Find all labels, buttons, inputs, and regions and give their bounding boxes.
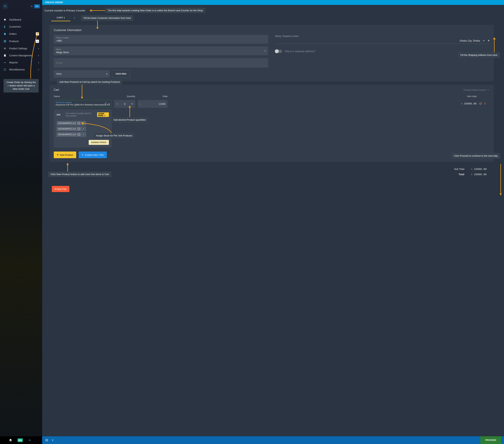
toggle-label: Product Name Search bbox=[464, 89, 486, 91]
annotation-proceed: Click Proceed to continue to the next st… bbox=[451, 153, 500, 159]
product-search-toggle[interactable]: Product Name Search Tт bbox=[464, 89, 490, 91]
svg-rect-5 bbox=[4, 41, 5, 42]
annotation-new-product: Click New Product button to add more lin… bbox=[48, 172, 111, 177]
email-field[interactable] bbox=[54, 58, 268, 68]
svg-point-11 bbox=[4, 69, 5, 69]
nav-customers[interactable]: Customers bbox=[0, 23, 42, 30]
field-label: Phone number bbox=[56, 37, 266, 39]
nav-label: Products bbox=[9, 40, 19, 43]
rma-label: RMA bbox=[56, 72, 62, 75]
total-value: ৳ 33000.00 bbox=[471, 173, 494, 176]
info-icon[interactable]: i bbox=[77, 133, 80, 136]
input-label: Search for product bbox=[56, 101, 110, 103]
home-icon[interactable] bbox=[9, 438, 12, 442]
ship-toggle[interactable] bbox=[275, 50, 282, 53]
svg-line-1 bbox=[6, 7, 6, 7]
sn-value: K6396APRIL14 bbox=[58, 122, 76, 125]
annotation-arrow bbox=[493, 36, 496, 53]
name-input[interactable] bbox=[56, 51, 266, 54]
search-button[interactable] bbox=[2, 3, 8, 9]
qty-decrement[interactable]: − bbox=[114, 100, 121, 108]
product-name: Keychron K6 Pro QMK/VIA Wireless Mechani… bbox=[56, 103, 110, 106]
gear-icon bbox=[3, 47, 7, 50]
phone-field[interactable]: Phone number bbox=[54, 35, 268, 44]
users-icon bbox=[3, 25, 7, 28]
close-icon[interactable]: × bbox=[108, 102, 110, 105]
nav-products[interactable]: Products + bbox=[0, 37, 42, 45]
sn-chip: K6394APRIL14 i ✕ bbox=[56, 132, 86, 137]
menu-icon[interactable] bbox=[45, 438, 49, 442]
add-order-button[interactable]: + bbox=[36, 32, 39, 36]
clear-icon[interactable]: × bbox=[264, 49, 266, 53]
svg-point-12 bbox=[5, 69, 6, 69]
new-product-button[interactable]: + New Product bbox=[54, 152, 76, 158]
annotation-arrow bbox=[88, 9, 105, 12]
sn-value: K6395APRIL14 bbox=[58, 128, 76, 130]
field-label: Name bbox=[56, 48, 266, 50]
tab-add-button[interactable]: + bbox=[70, 15, 79, 21]
svg-text:Tт: Tт bbox=[487, 89, 489, 91]
empty-cart-button[interactable]: Empty Cart bbox=[52, 186, 69, 192]
view-rma-button[interactable]: VIEW RMA bbox=[112, 70, 130, 78]
svg-point-0 bbox=[4, 5, 6, 7]
back-icon[interactable] bbox=[52, 439, 54, 441]
info-icon[interactable]: i bbox=[77, 122, 80, 125]
rate-value: 11000 bbox=[142, 103, 165, 105]
search-icon bbox=[4, 5, 7, 8]
chevron-right-icon: › bbox=[38, 54, 39, 57]
quantity-stepper[interactable]: − 3 + bbox=[114, 100, 135, 108]
tab-cart1[interactable]: CART 1 bbox=[51, 15, 70, 21]
nav-misc[interactable]: Miscellaneous › bbox=[0, 66, 42, 73]
nav-orders[interactable]: Orders + bbox=[0, 30, 42, 37]
rma-select[interactable]: RMA ▾ bbox=[54, 70, 110, 78]
nav-dashboard[interactable]: Dashboard bbox=[0, 16, 42, 23]
info-icon[interactable]: i bbox=[77, 127, 80, 130]
annotation-add-qty: Add desired Product quantities bbox=[111, 117, 148, 123]
ms-badge[interactable]: MS bbox=[18, 438, 23, 442]
nav-label: Reports bbox=[9, 61, 18, 64]
document-icon bbox=[3, 54, 7, 57]
language-switch[interactable]: বাং EN bbox=[29, 4, 40, 8]
lang-en[interactable]: EN bbox=[34, 4, 40, 8]
qty-increment[interactable]: + bbox=[129, 100, 135, 108]
sn-panel: S/N You need to assign stock to this pro… bbox=[54, 109, 112, 148]
chevron-right-icon: › bbox=[38, 61, 39, 64]
email-input[interactable] bbox=[56, 61, 266, 64]
nav-label: Dashboard bbox=[9, 18, 21, 21]
chevron-down-icon[interactable]: ▾ bbox=[483, 39, 485, 42]
customer-panel: Customer Information Phone number Name × bbox=[50, 25, 494, 81]
sn-hint: You need to assign stock to this product bbox=[66, 112, 92, 117]
proceed-button[interactable]: PROCEED bbox=[480, 436, 501, 444]
svg-point-7 bbox=[5, 48, 5, 49]
external-link-icon[interactable] bbox=[105, 102, 107, 105]
totals: Sub Total ৳ 33000.00 Total ৳ 33000.00 bbox=[49, 167, 494, 177]
delete-icon[interactable] bbox=[484, 102, 486, 105]
phone-input[interactable] bbox=[56, 39, 266, 42]
chart-icon bbox=[3, 61, 7, 64]
ship-label: Ship to a separate address? bbox=[285, 50, 315, 53]
add-product-button[interactable]: + bbox=[36, 40, 39, 43]
col-qty: Quantity bbox=[114, 95, 135, 98]
custom-item-button[interactable]: + Custom Item / Fee bbox=[79, 152, 107, 158]
settings-icon[interactable] bbox=[28, 439, 31, 442]
add-address-button[interactable]: + bbox=[488, 39, 490, 42]
qty-value: 3 bbox=[121, 103, 129, 105]
sidebar: বাং EN Dashboard Customers Orders + Prod… bbox=[0, 0, 42, 444]
nav-product-settings[interactable]: Product Settings › bbox=[0, 45, 42, 52]
annotation-create-order: Create Order by clicking the + button wh… bbox=[3, 79, 39, 92]
nav-content[interactable]: Content Management › bbox=[0, 52, 42, 59]
remove-sn-icon[interactable]: ✕ bbox=[82, 122, 85, 125]
refresh-icon[interactable] bbox=[479, 102, 482, 105]
sn-label: S/N bbox=[56, 113, 60, 116]
product-search-input[interactable]: Search for product Keychron K6 Pro QMK/V… bbox=[54, 100, 112, 107]
chevron-down-icon: ▾ bbox=[106, 72, 108, 75]
assign-stock-button[interactable]: ASSIGN STOCK bbox=[89, 140, 109, 145]
remove-sn-icon[interactable]: ✕ bbox=[82, 127, 85, 130]
remove-sn-icon[interactable]: ✕ bbox=[82, 133, 85, 136]
rate-input[interactable]: ৳ 11000 bbox=[138, 100, 167, 108]
name-field[interactable]: Name × bbox=[54, 47, 268, 55]
lang-bn[interactable]: বাং bbox=[29, 4, 34, 8]
learn-more-button[interactable]: LEARN MORE ↗ bbox=[97, 112, 109, 117]
page-header: CREATE ORDER bbox=[42, 0, 504, 5]
nav-reports[interactable]: Reports › bbox=[0, 59, 42, 66]
